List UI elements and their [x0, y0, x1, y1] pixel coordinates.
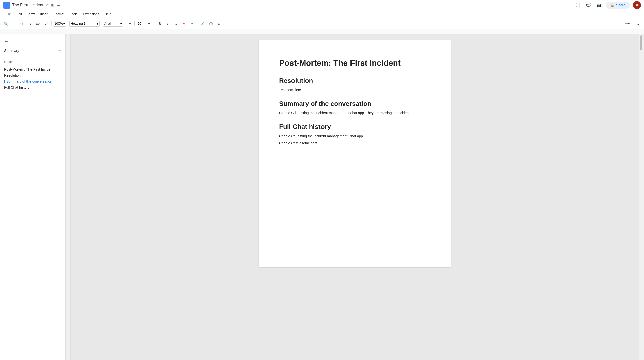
- folder-icon[interactable]: ⊞: [51, 3, 54, 7]
- style-select-wrap[interactable]: Heading 1: [69, 21, 100, 27]
- menu-help[interactable]: Help: [102, 11, 114, 17]
- svg-rect-1: [5, 4, 8, 4]
- avatar[interactable]: CC: [633, 1, 641, 9]
- redo-button[interactable]: [18, 20, 26, 27]
- undo-button[interactable]: [10, 20, 18, 27]
- plus-icon: [148, 21, 150, 26]
- style-value: Heading 1: [71, 22, 96, 25]
- menu-file[interactable]: File: [3, 11, 13, 17]
- chevron-up-icon: [637, 22, 639, 26]
- zoom-dropdown-icon: [63, 21, 65, 26]
- main-layout: ← Summary + Outline Post-Mortem: The Fir…: [0, 34, 644, 360]
- zoom-value: 100%: [54, 22, 63, 25]
- search-icon: [4, 22, 8, 26]
- ruler: [0, 29, 644, 34]
- outline-label: Outline: [4, 60, 61, 64]
- highlight-button[interactable]: [188, 20, 196, 27]
- font-select-wrap[interactable]: Arial: [103, 21, 123, 27]
- edit-mode-button[interactable]: [624, 20, 631, 27]
- menu-view[interactable]: View: [25, 11, 37, 17]
- spellcheck-icon: [36, 22, 40, 26]
- redo-icon: [20, 22, 23, 26]
- text-color-button[interactable]: [180, 20, 188, 27]
- toolbar-divider-5: [154, 21, 154, 26]
- svg-rect-3: [5, 6, 7, 6]
- underline-icon: [174, 22, 177, 26]
- share-button[interactable]: Share: [606, 2, 630, 9]
- doc-body-summary: Charlie C is testing the incident manage…: [279, 110, 430, 116]
- more-options-button[interactable]: [223, 20, 231, 27]
- paint-format-button[interactable]: [42, 20, 50, 27]
- outline-item-2[interactable]: Resolution: [4, 72, 61, 78]
- zoom-select-wrap[interactable]: 100%: [53, 21, 66, 27]
- doc-page: Post-Mortem: The First Incident Resoluti…: [259, 40, 451, 267]
- search-button[interactable]: [2, 20, 10, 27]
- menu-insert[interactable]: Insert: [38, 11, 51, 17]
- outline-item-4[interactable]: Full Chat history: [4, 84, 61, 90]
- doc-icon: [3, 2, 10, 9]
- meet-button[interactable]: [595, 1, 603, 9]
- spellcheck-button[interactable]: [34, 20, 42, 27]
- paint-icon: [45, 22, 48, 26]
- bold-button[interactable]: [156, 20, 163, 27]
- highlight-icon: [191, 22, 193, 26]
- toolbar-divider-1: [51, 21, 52, 26]
- chat-icon: [586, 3, 591, 7]
- font-size-input[interactable]: 20: [134, 21, 144, 26]
- doc-title: The First Incident: [12, 3, 43, 7]
- doc-body-resolution: Test complete: [279, 87, 430, 93]
- sidebar-add-button[interactable]: +: [58, 48, 61, 53]
- doc-body-chat-line1: Charlie C: Testing the incident manageme…: [279, 133, 430, 139]
- collapse-button[interactable]: [634, 20, 642, 27]
- history-button[interactable]: [574, 1, 582, 9]
- print-button[interactable]: [26, 20, 34, 27]
- scrollbar-thumb[interactable]: [640, 35, 642, 50]
- font-dropdown-icon: [120, 21, 122, 26]
- toolbar: 100% Heading 1 Arial 20: [0, 18, 644, 29]
- svg-rect-2: [5, 5, 8, 5]
- sidebar: ← Summary + Outline Post-Mortem: The Fir…: [0, 34, 66, 360]
- comment-icon: [209, 22, 213, 26]
- doc-body-chat-line2: Charlie C: /closeIncident: [279, 140, 430, 146]
- sidebar-back-button[interactable]: ←: [4, 38, 61, 44]
- doc-heading-resolution: Resolution: [279, 77, 430, 85]
- history-icon: [575, 3, 580, 7]
- outline-item-3[interactable]: Summary of the conversation: [4, 78, 61, 84]
- link-icon: [201, 22, 205, 26]
- undo-icon: [12, 22, 15, 26]
- title-bar-right: Share CC: [574, 1, 641, 9]
- more-icon: [225, 21, 229, 26]
- doc-heading-summary: Summary of the conversation: [279, 100, 430, 108]
- toolbar-divider-6: [197, 21, 197, 26]
- comment-button[interactable]: [207, 20, 215, 27]
- pencil-icon: [625, 22, 628, 26]
- italic-button[interactable]: [164, 20, 171, 27]
- style-dropdown-icon: [97, 21, 98, 26]
- toolbar-divider-2: [68, 21, 68, 26]
- doc-heading-chat: Full Chat history: [279, 123, 430, 131]
- font-size-increase-button[interactable]: [145, 20, 153, 27]
- menu-extensions[interactable]: Extensions: [80, 11, 102, 17]
- image-button[interactable]: [215, 20, 223, 27]
- italic-icon: [167, 22, 168, 26]
- font-value: Arial: [104, 22, 120, 25]
- font-size-decrease-button[interactable]: [126, 20, 134, 27]
- print-icon: [28, 22, 32, 26]
- toolbar-divider-7: [633, 21, 633, 26]
- outline-item-1[interactable]: Post-Mortem: The First Incident: [4, 66, 61, 72]
- star-icon[interactable]: ☆: [45, 3, 49, 7]
- sidebar-section-header: Summary +: [4, 48, 61, 53]
- underline-button[interactable]: [172, 20, 180, 27]
- sidebar-divider: [4, 56, 61, 56]
- title-bar-left: The First Incident ☆ ⊞ ☁: [3, 2, 574, 9]
- menu-edit[interactable]: Edit: [14, 11, 24, 17]
- menu-format[interactable]: Format: [51, 11, 67, 17]
- comments-button[interactable]: [585, 1, 592, 9]
- doc-area[interactable]: Post-Mortem: The First Incident Resoluti…: [71, 34, 639, 360]
- menu-tools[interactable]: Tools: [67, 11, 80, 17]
- link-button[interactable]: [199, 20, 207, 27]
- cloud-icon[interactable]: ☁: [56, 3, 60, 7]
- bold-icon: [158, 22, 161, 26]
- doc-main-title: Post-Mortem: The First Incident: [279, 58, 430, 68]
- toolbar-divider-3: [101, 21, 101, 26]
